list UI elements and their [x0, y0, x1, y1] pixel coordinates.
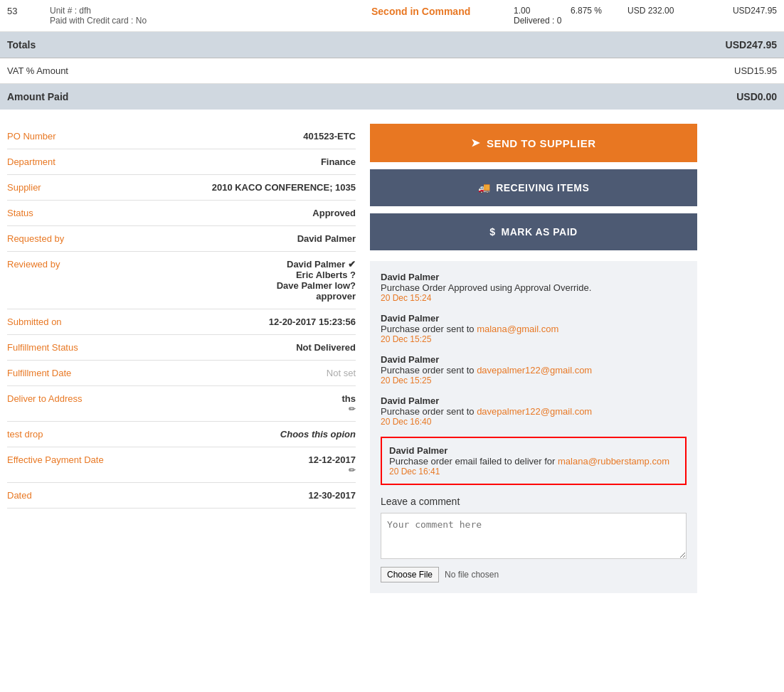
paid-method: Paid with Credit card : No — [50, 16, 371, 26]
field-label: Fulfillment Date — [7, 368, 114, 378]
field-label: Dated — [7, 490, 114, 501]
amount-paid-label: Amount Paid — [7, 91, 68, 102]
activity-entry: David PalmerPurchase order sent to davep… — [381, 395, 687, 427]
edit-icon[interactable]: ✏ — [342, 404, 356, 414]
activity-link[interactable]: malana@gmail.com — [477, 324, 558, 334]
field-value: ths — [342, 393, 356, 404]
comment-label: Leave a comment — [381, 496, 687, 507]
field-value: 12-30-2017 — [309, 490, 356, 501]
receiving-items-button[interactable]: 🚚 RECEIVING ITEMS — [370, 169, 697, 206]
send-to-supplier-label: SEND TO SUPPLIER — [487, 137, 596, 149]
field-value: 12-20-2017 15:23:56 — [269, 316, 356, 327]
mark-as-paid-button[interactable]: $ MARK AS PAID — [370, 213, 697, 250]
activity-panel: David PalmerPurchase Order Approved usin… — [370, 261, 697, 593]
field-value: 401523-ETC — [303, 131, 356, 142]
activity-sender-name: David Palmer — [389, 445, 678, 456]
field-value: Not set — [327, 368, 356, 378]
quantity: 1.00 Delivered : 0 — [514, 6, 571, 26]
activity-timestamp: 20 Dec 16:40 — [381, 417, 687, 427]
activity-link[interactable]: davepalmer122@gmail.com — [477, 406, 592, 417]
field-label: PO Number — [7, 131, 114, 142]
vat-row: VAT % Amount USD15.95 — [0, 58, 784, 84]
edit-icon[interactable]: ✏ — [309, 465, 356, 475]
activity-text: Purchase order email failed to deliver f… — [389, 456, 678, 467]
field-row: Effective Payment Date12-12-2017✏ — [7, 447, 356, 483]
field-value: Approved — [312, 208, 356, 218]
activity-entry: David PalmerPurchase Order Approved usin… — [381, 272, 687, 303]
activity-entry-failed: David PalmerPurchase order email failed … — [381, 437, 687, 485]
unit-number: Unit # : dfh — [50, 6, 371, 16]
line-total: USD247.95 — [706, 6, 777, 16]
order-id: 53 — [7, 6, 50, 16]
field-value: Finance — [321, 156, 356, 167]
activity-text: Purchase order sent to malana@gmail.com — [381, 324, 687, 334]
unit-price: USD 232.00 — [627, 6, 706, 16]
field-row: Submitted on12-20-2017 15:23:56 — [7, 309, 356, 335]
field-label: Reviewed by — [7, 259, 114, 270]
field-label: Requested by — [7, 233, 114, 244]
send-arrow-icon: ➤ — [471, 137, 481, 149]
activity-sender-name: David Palmer — [381, 354, 687, 365]
activity-timestamp: 20 Dec 15:24 — [381, 293, 687, 303]
activity-entry: David PalmerPurchase order sent to davep… — [381, 354, 687, 385]
discount: 6.875 % — [571, 6, 627, 16]
activity-link[interactable]: davepalmer122@gmail.com — [477, 365, 592, 376]
truck-icon: 🚚 — [478, 182, 491, 193]
choose-file-button[interactable]: Choose File — [381, 567, 439, 582]
supplier-name: Second in Command — [371, 6, 514, 17]
field-value: 12-12-2017 — [309, 454, 356, 465]
field-row: Fulfillment DateNot set — [7, 361, 356, 386]
main-content: PO Number401523-ETCDepartmentFinanceSupp… — [0, 110, 784, 607]
field-label: test drop — [7, 429, 114, 440]
activity-link[interactable]: malana@rubberstamp.com — [558, 456, 669, 467]
send-to-supplier-button[interactable]: ➤ SEND TO SUPPLIER — [370, 124, 697, 162]
amount-paid-value: USD0.00 — [736, 91, 777, 102]
field-row: Reviewed byDavid Palmer ✔ Eric Alberts ?… — [7, 252, 356, 309]
activity-sender-name: David Palmer — [381, 313, 687, 324]
field-row: Dated12-30-2017 — [7, 483, 356, 509]
receiving-items-label: RECEIVING ITEMS — [496, 182, 589, 193]
order-info: Unit # : dfh Paid with Credit card : No — [50, 6, 371, 26]
mark-as-paid-label: MARK AS PAID — [502, 226, 578, 238]
field-label: Supplier — [7, 182, 114, 193]
no-file-text: No file chosen — [445, 570, 499, 580]
field-row: Supplier2010 KACO CONFERENCE; 1035 — [7, 175, 356, 201]
dollar-icon: $ — [489, 226, 495, 238]
field-label: Status — [7, 208, 114, 218]
field-label: Department — [7, 156, 114, 167]
field-value: David Palmer ✔ Eric Alberts ? Dave Palme… — [277, 259, 356, 302]
field-value: Choos this opion — [280, 429, 356, 440]
field-row: test dropChoos this opion — [7, 422, 356, 447]
totals-label: Totals — [7, 39, 36, 50]
activity-entry: David PalmerPurchase order sent to malan… — [381, 313, 687, 344]
activity-sender-name: David Palmer — [381, 395, 687, 406]
left-panel: PO Number401523-ETCDepartmentFinanceSupp… — [7, 124, 356, 593]
activity-timestamp: 20 Dec 16:41 — [389, 467, 678, 477]
field-label: Deliver to Address — [7, 393, 114, 404]
field-value: David Palmer — [297, 233, 356, 244]
field-row: Fulfillment StatusNot Delivered — [7, 335, 356, 361]
field-label: Fulfillment Status — [7, 342, 114, 353]
activity-timestamp: 20 Dec 15:25 — [381, 334, 687, 344]
file-upload-row: Choose FileNo file chosen — [381, 567, 687, 582]
field-value: Not Delivered — [296, 342, 356, 353]
vat-value: USD15.95 — [734, 65, 777, 76]
order-row: 53 Unit # : dfh Paid with Credit card : … — [0, 0, 784, 32]
field-row: Requested byDavid Palmer — [7, 226, 356, 252]
totals-value: USD247.95 — [726, 39, 777, 50]
field-label: Submitted on — [7, 316, 114, 327]
activity-text: Purchase Order Approved using Approval O… — [381, 282, 687, 293]
activity-text: Purchase order sent to davepalmer122@gma… — [381, 406, 687, 417]
vat-label: VAT % Amount — [7, 65, 68, 76]
field-row: PO Number401523-ETC — [7, 124, 356, 149]
activity-timestamp: 20 Dec 15:25 — [381, 376, 687, 385]
right-panel: ➤ SEND TO SUPPLIER 🚚 RECEIVING ITEMS $ M… — [370, 124, 697, 593]
field-label: Effective Payment Date — [7, 454, 114, 465]
field-value: 2010 KACO CONFERENCE; 1035 — [212, 182, 356, 193]
comment-textarea[interactable] — [381, 513, 687, 559]
activity-text: Purchase order sent to davepalmer122@gma… — [381, 365, 687, 376]
field-row: DepartmentFinance — [7, 149, 356, 175]
activity-sender-name: David Palmer — [381, 272, 687, 282]
field-row: StatusApproved — [7, 201, 356, 226]
amount-paid-row: Amount Paid USD0.00 — [0, 84, 784, 110]
